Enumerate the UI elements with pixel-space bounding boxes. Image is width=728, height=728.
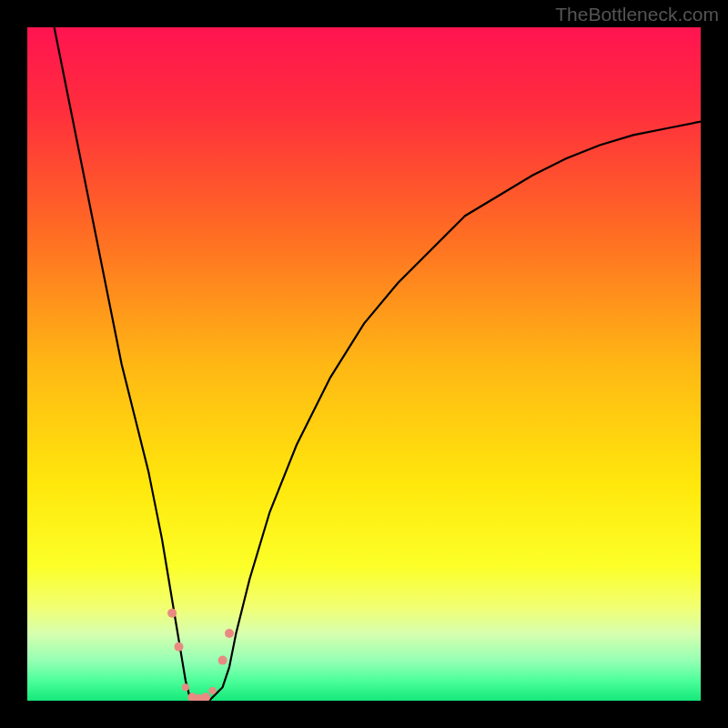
data-marker bbox=[182, 683, 189, 691]
chart-svg bbox=[27, 27, 701, 701]
data-marker bbox=[225, 629, 234, 638]
gradient-background bbox=[27, 27, 701, 701]
watermark-text: TheBottleneck.com bbox=[555, 4, 719, 25]
data-marker bbox=[218, 656, 228, 665]
plot-area bbox=[27, 27, 701, 701]
data-marker bbox=[175, 642, 184, 652]
data-marker bbox=[209, 687, 217, 694]
chart-container: TheBottleneck.com bbox=[0, 0, 728, 728]
data-marker bbox=[167, 609, 177, 618]
